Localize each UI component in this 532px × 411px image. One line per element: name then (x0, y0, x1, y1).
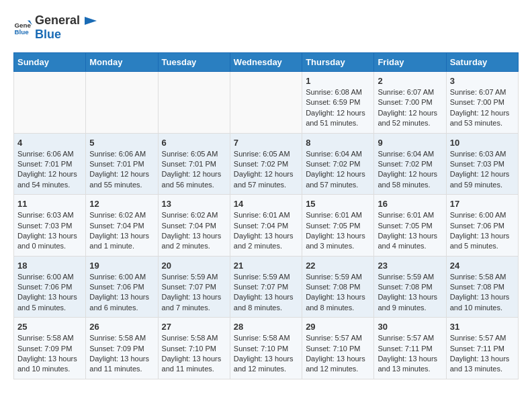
header-wednesday: Wednesday (230, 53, 302, 72)
cell-info: and 52 minutes. (378, 118, 442, 128)
calendar-cell: 4Sunrise: 6:06 AMSunset: 7:01 PMDaylight… (14, 133, 86, 195)
calendar-week-row: 25Sunrise: 5:58 AMSunset: 7:09 PMDayligh… (14, 318, 519, 379)
day-number: 22 (306, 261, 370, 271)
day-number: 3 (450, 76, 515, 86)
calendar-cell: 11Sunrise: 6:03 AMSunset: 7:03 PMDayligh… (14, 195, 86, 257)
cell-info: Daylight: 13 hours (450, 354, 515, 364)
cell-info: Sunset: 7:05 PM (378, 221, 442, 231)
calendar-cell: 13Sunrise: 6:02 AMSunset: 7:04 PMDayligh… (158, 195, 230, 257)
day-number: 15 (306, 199, 370, 209)
day-number: 4 (17, 138, 82, 148)
cell-info: Sunset: 7:11 PM (378, 344, 442, 354)
cell-info: Sunrise: 6:01 AM (378, 210, 442, 220)
cell-info: and 58 minutes. (378, 180, 442, 190)
cell-info: Daylight: 13 hours (450, 292, 515, 302)
calendar-cell: 3Sunrise: 6:07 AMSunset: 7:00 PMDaylight… (446, 72, 518, 134)
cell-info: Sunset: 7:01 PM (162, 159, 226, 169)
cell-info: Daylight: 12 hours (450, 169, 515, 179)
cell-info: and 5 minutes. (450, 241, 515, 251)
cell-info: Sunrise: 5:58 AM (89, 333, 154, 343)
calendar-week-row: 18Sunrise: 6:00 AMSunset: 7:06 PMDayligh… (14, 256, 519, 318)
cell-info: Sunset: 7:08 PM (306, 282, 370, 292)
cell-info: Daylight: 13 hours (234, 354, 298, 364)
cell-info: and 54 minutes. (17, 180, 82, 190)
header-friday: Friday (374, 53, 446, 72)
day-number: 5 (89, 138, 154, 148)
cell-info: Sunset: 7:06 PM (89, 282, 154, 292)
cell-info: and 11 minutes. (89, 364, 154, 374)
cell-info: Sunset: 7:01 PM (17, 159, 82, 169)
cell-info: Daylight: 13 hours (378, 354, 442, 364)
cell-info: Daylight: 13 hours (17, 231, 82, 241)
day-number: 29 (306, 322, 370, 332)
calendar-cell: 10Sunrise: 6:03 AMSunset: 7:03 PMDayligh… (446, 133, 518, 195)
calendar-cell: 18Sunrise: 6:00 AMSunset: 7:06 PMDayligh… (14, 256, 86, 318)
cell-info: and 8 minutes. (234, 303, 298, 313)
cell-info: Daylight: 12 hours (378, 169, 442, 179)
cell-info: Sunset: 7:10 PM (162, 344, 226, 354)
cell-info: Sunrise: 6:08 AM (306, 87, 370, 97)
logo: Gene Blue General Blue (13, 13, 98, 42)
day-number: 9 (378, 138, 442, 148)
cell-info: Sunset: 7:02 PM (234, 159, 298, 169)
day-number: 8 (306, 138, 370, 148)
cell-info: Daylight: 13 hours (162, 292, 226, 302)
day-number: 18 (17, 261, 82, 271)
cell-info: Sunset: 7:06 PM (17, 282, 82, 292)
day-number: 27 (162, 322, 226, 332)
cell-info: Sunrise: 5:58 AM (162, 333, 226, 343)
day-number: 6 (162, 138, 226, 148)
header-sunday: Sunday (14, 53, 86, 72)
cell-info: and 0 minutes. (17, 241, 82, 251)
cell-info: Sunset: 7:02 PM (378, 159, 442, 169)
cell-info: and 9 minutes. (378, 303, 442, 313)
cell-info: Daylight: 13 hours (450, 231, 515, 241)
logo-blue-text: Blue (35, 28, 61, 41)
cell-info: Sunset: 6:59 PM (306, 97, 370, 107)
cell-info: Daylight: 13 hours (162, 231, 226, 241)
cell-info: Sunrise: 6:03 AM (450, 149, 515, 159)
header-monday: Monday (86, 53, 158, 72)
header-thursday: Thursday (302, 53, 374, 72)
calendar-week-row: 1Sunrise: 6:08 AMSunset: 6:59 PMDaylight… (14, 72, 519, 134)
cell-info: and 3 minutes. (306, 241, 370, 251)
cell-info: Sunset: 7:04 PM (162, 221, 226, 231)
cell-info: Daylight: 13 hours (306, 354, 370, 364)
cell-info: Daylight: 13 hours (17, 354, 82, 364)
calendar-cell: 15Sunrise: 6:01 AMSunset: 7:05 PMDayligh… (302, 195, 374, 257)
generalblue-logo-icon: Gene Blue (13, 18, 32, 37)
cell-info: Sunrise: 6:06 AM (17, 149, 82, 159)
cell-info: Daylight: 12 hours (162, 169, 226, 179)
cell-info: Daylight: 13 hours (306, 292, 370, 302)
cell-info: Sunset: 7:10 PM (234, 344, 298, 354)
cell-info: Sunrise: 6:02 AM (89, 210, 154, 220)
day-number: 1 (306, 76, 370, 86)
cell-info: Sunrise: 6:05 AM (234, 149, 298, 159)
cell-info: Daylight: 13 hours (378, 292, 442, 302)
cell-info: Daylight: 12 hours (450, 108, 515, 118)
day-number: 31 (450, 322, 515, 332)
cell-info: and 5 minutes. (17, 303, 82, 313)
calendar-cell: 9Sunrise: 6:04 AMSunset: 7:02 PMDaylight… (374, 133, 446, 195)
day-number: 10 (450, 138, 515, 148)
cell-info: Daylight: 13 hours (89, 292, 154, 302)
cell-info: and 55 minutes. (89, 180, 154, 190)
cell-info: Sunrise: 5:59 AM (306, 272, 370, 282)
day-number: 17 (450, 199, 515, 209)
cell-info: and 8 minutes. (306, 303, 370, 313)
flag-icon (85, 15, 98, 28)
cell-info: Sunrise: 6:03 AM (17, 210, 82, 220)
cell-info: Sunrise: 5:59 AM (378, 272, 442, 282)
cell-info: Sunrise: 6:00 AM (17, 272, 82, 282)
cell-info: Sunset: 7:02 PM (306, 159, 370, 169)
cell-info: and 51 minutes. (306, 118, 370, 128)
calendar-week-row: 11Sunrise: 6:03 AMSunset: 7:03 PMDayligh… (14, 195, 519, 257)
day-number: 2 (378, 76, 442, 86)
cell-info: Daylight: 13 hours (89, 354, 154, 364)
cell-info: Daylight: 13 hours (89, 231, 154, 241)
cell-info: Daylight: 13 hours (162, 354, 226, 364)
cell-info: Sunset: 7:08 PM (450, 282, 515, 292)
cell-info: and 12 minutes. (234, 364, 298, 374)
cell-info: and 59 minutes. (450, 180, 515, 190)
calendar-table: SundayMondayTuesdayWednesdayThursdayFrid… (13, 52, 519, 379)
